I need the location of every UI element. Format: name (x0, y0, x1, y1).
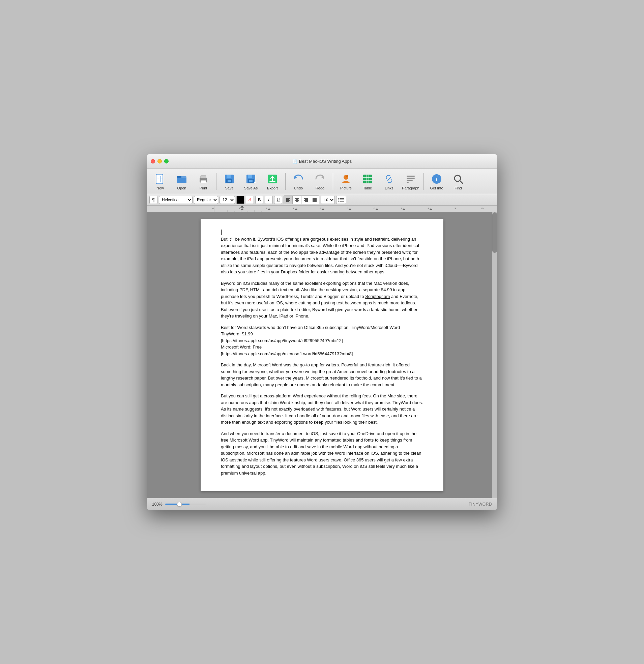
text-color-box[interactable] (236, 196, 244, 204)
minimize-button[interactable] (158, 159, 162, 164)
save-button[interactable]: Save (219, 171, 239, 192)
paragraph-4: Back in the day, Microsoft Word was the … (221, 362, 423, 388)
zoom-percent: 100% (152, 502, 162, 506)
saveas-icon: + (245, 173, 257, 185)
links-icon (383, 173, 395, 185)
svg-text:3: 3 (293, 207, 294, 210)
svg-text:2: 2 (266, 207, 267, 210)
svg-rect-11 (226, 174, 230, 178)
ruler: 0 1 2 3 4 5 6 7 8 9 10 (147, 206, 497, 212)
traffic-lights (151, 159, 168, 164)
new-label: New (157, 186, 164, 190)
paragraph-style-btn[interactable]: ¶ (149, 196, 158, 204)
paragraph-6: And when you need to transfer a document… (221, 431, 423, 477)
paragraph-2: Byword on iOS includes many of the same … (221, 280, 423, 319)
new-icon (154, 173, 166, 185)
font-size-select[interactable]: 12 (220, 196, 235, 204)
svg-rect-59 (147, 206, 497, 212)
scrollbar[interactable] (492, 212, 497, 498)
scriptogram-link: Scriptogr.am (365, 294, 390, 299)
svg-text:0: 0 (213, 207, 214, 210)
text-cursor (221, 230, 222, 235)
print-icon (197, 173, 209, 185)
open-label: Open (177, 186, 186, 190)
picture-icon (340, 173, 352, 185)
picture-button[interactable]: Picture (336, 171, 356, 192)
bold-btn[interactable]: B (255, 196, 263, 204)
redo-icon (314, 173, 326, 185)
align-left-btn[interactable] (284, 196, 293, 204)
svg-text:+: + (254, 181, 256, 184)
separator-2 (285, 173, 286, 190)
main-window: 📄 Best Mac-iOS Writing Apps New (147, 154, 497, 510)
svg-point-58 (339, 201, 340, 202)
line-spacing-select[interactable]: 1.0 (321, 196, 335, 204)
window-title: Best Mac-iOS Writing Apps (299, 159, 352, 164)
getinfo-icon: i (430, 173, 443, 185)
svg-rect-7 (201, 175, 206, 178)
paragraph-1: But it'll be worth it. Byword's iOS offe… (221, 236, 423, 275)
svg-point-23 (346, 175, 348, 177)
svg-text:10: 10 (481, 207, 484, 210)
svg-rect-32 (407, 182, 409, 183)
svg-text:8: 8 (427, 207, 429, 210)
new-button[interactable]: New (150, 171, 170, 192)
save-label: Save (225, 186, 233, 190)
scrollbar-track[interactable] (492, 212, 497, 498)
saveas-button[interactable]: + Save As (241, 171, 261, 192)
italic-btn[interactable]: I (265, 196, 273, 204)
svg-point-57 (339, 199, 340, 200)
status-bar: 100% TINYWORD (147, 498, 497, 510)
open-icon (176, 173, 188, 185)
svg-text:9: 9 (455, 207, 456, 210)
align-right-btn[interactable] (301, 196, 310, 204)
export-icon (266, 173, 279, 185)
getinfo-button[interactable]: i Get Info (426, 171, 447, 192)
close-button[interactable] (151, 159, 155, 164)
align-justify-btn[interactable] (310, 196, 319, 204)
table-label: Table (363, 186, 372, 190)
paragraph-button[interactable]: Paragraph (401, 171, 421, 192)
print-label: Print (200, 186, 207, 190)
svg-rect-29 (407, 175, 415, 177)
font-family-select[interactable]: Helvetica (159, 196, 193, 204)
save-icon (223, 173, 235, 185)
font-style-select[interactable]: Regular (194, 196, 218, 204)
open-button[interactable]: Open (172, 171, 192, 192)
saveas-label: Save As (244, 186, 258, 190)
paragraph-3: Best for Word stalwarts who don't have a… (221, 324, 423, 357)
svg-rect-17 (249, 180, 253, 182)
format-bar: ¶ Helvetica Regular 12 A B I U (147, 194, 497, 206)
redo-button[interactable]: Redo (310, 171, 330, 192)
svg-text:7: 7 (401, 207, 402, 210)
text-color-a[interactable]: A (246, 196, 254, 204)
document-area: But it'll be worth it. Byword's iOS offe… (147, 212, 497, 498)
zoom-slider[interactable] (165, 503, 206, 505)
print-button[interactable]: Print (193, 171, 214, 192)
links-button[interactable]: Links (379, 171, 399, 192)
svg-point-9 (206, 178, 207, 179)
scrollbar-thumb[interactable] (492, 212, 497, 253)
export-button[interactable]: Export (262, 171, 283, 192)
align-center-btn[interactable] (293, 196, 301, 204)
toolbar: New Open Print (147, 169, 497, 194)
svg-line-36 (460, 181, 463, 183)
maximize-button[interactable] (164, 159, 168, 164)
document-icon: 📄 (292, 159, 297, 164)
table-button[interactable]: Table (357, 171, 378, 192)
separator-4 (423, 173, 424, 190)
svg-rect-30 (407, 178, 415, 179)
title-bar: 📄 Best Mac-iOS Writing Apps (147, 154, 497, 169)
underline-btn[interactable]: U (274, 196, 282, 204)
list-btn[interactable] (336, 196, 346, 204)
document-page[interactable]: But it'll be worth it. Byword's iOS offe… (201, 219, 443, 491)
find-icon (452, 173, 464, 185)
find-button[interactable]: Find (448, 171, 468, 192)
app-name-label: TINYWORD (469, 502, 492, 506)
zoom-area: 100% (152, 502, 206, 506)
picture-label: Picture (340, 186, 352, 190)
undo-icon (292, 173, 304, 185)
undo-button[interactable]: Undo (288, 171, 308, 192)
find-label: Find (455, 186, 462, 190)
svg-rect-5 (177, 178, 186, 183)
